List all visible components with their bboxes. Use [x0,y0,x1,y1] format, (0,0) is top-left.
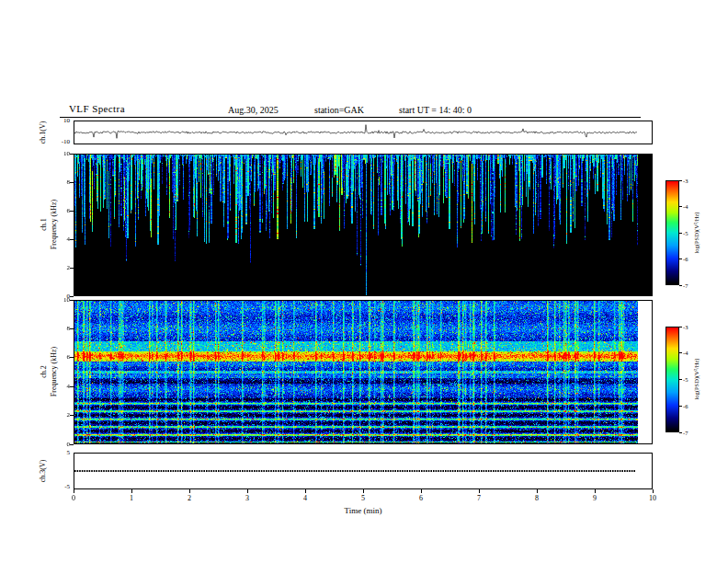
time-tick-label: 3 [239,494,256,502]
sp1-channel-label: ch.1 [40,218,48,231]
colorbar-tick-label: -5 [683,230,688,236]
colorbar-tick-mark [679,180,682,181]
figure-date: Aug.30, 2025 [228,105,279,115]
freq-tick-mark [70,415,74,416]
ch3-wave-ylabel: ch.3(V) [39,460,47,483]
freq-tick-label: 10 [48,296,70,304]
freq-tick-mark [70,239,74,240]
freq-tick-label: 0 [48,441,70,448]
colorbar1-canvas [666,181,678,284]
title-rule [60,117,641,118]
vlf-spectra-figure: VLF Spectra Aug.30, 2025 station=GAK sta… [0,0,728,563]
ch1-wave-ymin-label: -10 [48,138,70,145]
colorbar-tick-label: -5 [683,376,688,383]
freq-tick-mark [70,154,74,155]
colorbar1-label: log(PSD)(V²/Hz) [693,213,700,254]
ch3-waveform-panel [74,453,653,489]
time-tick-label: 1 [123,494,140,502]
colorbar-tick-label: -4 [683,350,688,356]
colorbar-tick-mark [679,406,682,407]
freq-tick-label: 4 [48,383,70,390]
freq-tick-mark [70,357,74,358]
colorbar-tick-label: -6 [683,403,688,409]
time-tick-mark [653,489,654,493]
time-tick-label: 5 [355,494,371,502]
freq-tick-mark [70,296,74,297]
colorbar-tick-mark [679,327,682,327]
sp2-channel-label: ch.2 [40,365,48,378]
time-tick-label: 7 [471,494,487,502]
time-tick-mark [421,489,422,493]
freq-tick-label: 6 [48,207,70,214]
ch1-spectrogram-canvas [74,155,652,295]
freq-tick-mark [70,182,74,183]
time-tick-mark [305,489,306,493]
time-tick-label: 10 [644,494,661,502]
colorbar-tick-label: -3 [683,324,688,330]
colorbar-tick-mark [679,379,682,380]
time-tick-mark [537,489,538,493]
colorbar2-canvas [666,327,678,431]
freq-tick-mark [70,444,74,445]
colorbar2-panel [665,327,679,432]
figure-station: station=GAK [314,105,364,115]
colorbar2-label: log(PSD)(V²/Hz) [693,359,700,400]
freq-tick-label: 6 [48,353,70,361]
time-tick-mark [595,489,596,493]
ch3-waveform-canvas [74,454,652,488]
colorbar-tick-label: -6 [683,256,688,262]
figure-start-ut: start UT = 14: 40: 0 [399,105,472,115]
time-tick-mark [247,489,248,493]
time-tick-label: 9 [586,494,603,502]
freq-tick-label: 10 [48,150,70,157]
freq-tick-mark [70,211,74,212]
time-tick-label: 2 [181,494,198,502]
time-tick-mark [363,489,364,493]
ch1-wave-ylabel: ch.1(V) [39,121,47,144]
figure-title: VLF Spectra [69,103,125,114]
time-tick-mark [131,489,132,493]
ch1-waveform-canvas [74,121,652,144]
colorbar-tick-mark [679,259,682,259]
colorbar-tick-label: -7 [683,430,688,436]
freq-tick-mark [70,300,74,301]
time-tick-mark [189,489,190,493]
ch3-wave-ymax-label: 5 [48,449,70,456]
time-tick-label: 0 [65,494,82,502]
freq-tick-label: 2 [48,411,70,419]
colorbar-tick-mark [679,352,682,353]
freq-tick-label: 8 [48,178,70,186]
colorbar-tick-mark [679,233,682,234]
ch1-spectrogram-panel [74,154,653,296]
colorbar-tick-label: -7 [683,282,688,289]
freq-tick-mark [70,268,74,269]
time-tick-mark [479,489,480,493]
colorbar-tick-mark [679,206,682,207]
time-tick-label: 4 [297,494,313,502]
colorbar-tick-label: -3 [683,178,688,184]
freq-tick-label: 4 [48,236,70,243]
ch2-spectrogram-panel [74,300,653,444]
colorbar-tick-mark [679,285,682,286]
colorbar-tick-label: -4 [683,203,688,210]
time-axis-label: Time (min) [345,506,382,515]
freq-tick-label: 8 [48,325,70,332]
ch1-waveform-panel [74,121,653,144]
freq-tick-label: 2 [48,264,70,271]
freq-tick-mark [70,328,74,329]
ch3-wave-ymin-label: -5 [48,483,70,490]
freq-tick-mark [70,386,74,387]
time-tick-label: 8 [529,494,545,502]
colorbar-tick-mark [679,432,682,433]
colorbar1-panel [665,180,679,285]
ch1-wave-ymax-label: 10 [48,117,70,124]
ch2-spectrogram-canvas [74,301,652,443]
time-tick-mark [74,489,74,493]
time-tick-label: 6 [413,494,429,502]
